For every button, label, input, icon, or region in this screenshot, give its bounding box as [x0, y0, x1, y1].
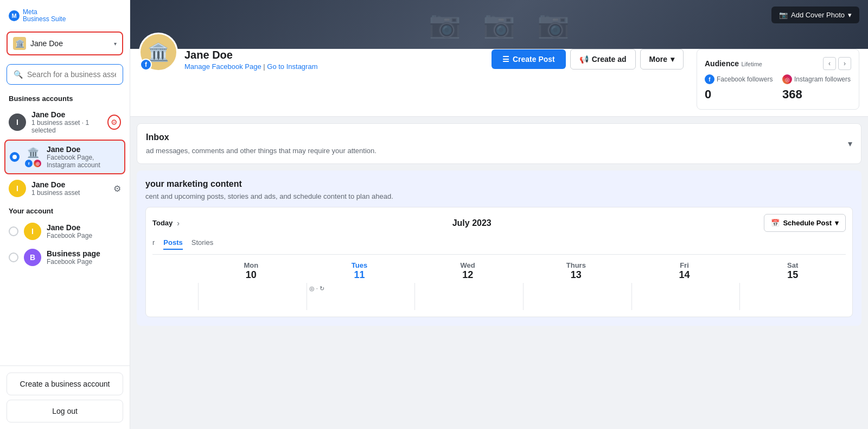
- account-sub-ba2: Facebook Page, Instagram account: [47, 154, 120, 169]
- profile-name: Jane Doe: [184, 49, 485, 61]
- create-post-icon: ☰: [502, 55, 509, 64]
- account-info-ba2: Jane Doe Facebook Page, Instagram accoun…: [47, 145, 120, 169]
- account-info-ba3: Jane Doe 1 business asset: [31, 180, 80, 197]
- search-input[interactable]: [27, 70, 116, 79]
- inbox-card: Inbox ad messages, comments and other th…: [137, 123, 861, 164]
- more-button[interactable]: More ▾: [640, 49, 684, 70]
- multi-avatar-ba2: 🏛️ f ◎: [25, 147, 41, 167]
- chevron-down-icon: ▾: [114, 41, 117, 47]
- your-account-item-2[interactable]: B Business page Facebook Page: [0, 244, 130, 270]
- sidebar: M Meta Business Suite 🏛️ Jane Doe ▾ 🔍 Bu…: [0, 0, 130, 429]
- cal-tab-stories[interactable]: Stories: [192, 238, 213, 250]
- gear-icon-red-ba1[interactable]: ⚙: [107, 115, 121, 130]
- create-post-label: Create Post: [513, 55, 555, 64]
- inbox-text: ad messages, comments and other things t…: [146, 147, 376, 155]
- svg-text:M: M: [11, 12, 16, 19]
- logo-area: M Meta Business Suite: [0, 0, 130, 27]
- facebook-followers-label: f Facebook followers: [705, 74, 774, 84]
- business-account-item-3[interactable]: I Jane Doe 1 business asset ⚙: [0, 175, 130, 201]
- schedule-post-button[interactable]: 📅 Schedule Post ▾: [764, 214, 846, 232]
- search-icon: 🔍: [14, 70, 23, 79]
- create-ad-button[interactable]: 📢 Create ad: [570, 49, 636, 70]
- create-post-button[interactable]: ☰ Create Post: [492, 49, 566, 69]
- gear-icon-ba3[interactable]: ⚙: [113, 184, 121, 194]
- add-cover-photo-button[interactable]: 📷 Add Cover Photo ▾: [771, 7, 859, 23]
- marketing-title: your marketing content: [145, 179, 393, 189]
- audience-next-button[interactable]: ›: [838, 57, 851, 70]
- account-sub-ya1: Facebook Page: [47, 232, 121, 239]
- cell-tues[interactable]: ◎ · ↻: [307, 283, 413, 310]
- radio-ya1: [9, 226, 18, 236]
- account-name-ba1: Jane Doe: [31, 110, 102, 119]
- inbox-chevron-icon[interactable]: ▾: [848, 138, 852, 149]
- time-slot: [152, 283, 196, 310]
- calendar-month-year: July 2023: [452, 218, 492, 228]
- main-content: 📷 📷 📷 📷 Add Cover Photo ▾ 🏛️ f Jane Doe …: [130, 0, 868, 429]
- radio-dot-ba2: [12, 155, 17, 159]
- profile-info: Jane Doe Manage Facebook Page | Go to In…: [184, 49, 485, 73]
- cell-fri[interactable]: [631, 283, 738, 310]
- account-sub-ya2: Facebook Page: [47, 258, 121, 266]
- watermark-icon-2: 📷: [483, 9, 515, 40]
- account-selector-name: Jane Doe: [30, 39, 110, 48]
- profile-actions: ☰ Create Post 📢 Create ad More ▾: [492, 49, 684, 72]
- add-cover-label: Add Cover Photo: [791, 11, 845, 19]
- camera-icon: 📷: [779, 11, 788, 19]
- inbox-collapsible: Inbox ad messages, comments and other th…: [146, 133, 852, 155]
- business-account-item-2[interactable]: 🏛️ f ◎ Jane Doe Facebook Page, Instagram…: [4, 140, 125, 174]
- profile-row: 🏛️ f Jane Doe Manage Facebook Page | Go …: [130, 49, 868, 117]
- more-label: More: [649, 55, 667, 64]
- audience-prev-button[interactable]: ‹: [823, 57, 836, 70]
- day-header-wed: Wed 12: [414, 261, 521, 281]
- account-selector[interactable]: 🏛️ Jane Doe ▾: [7, 31, 123, 55]
- create-business-account-button[interactable]: Create a business account: [7, 373, 123, 395]
- avatar-ya2: B: [24, 249, 41, 266]
- cover-watermark: 📷 📷 📷: [429, 9, 570, 40]
- business-accounts-label: Business accounts: [0, 89, 130, 106]
- cal-tab-all[interactable]: r: [152, 238, 155, 250]
- account-name-ya2: Business page: [47, 249, 121, 258]
- more-chevron-icon: ▾: [671, 55, 674, 64]
- watermark-icon-1: 📷: [429, 9, 461, 40]
- ig-badge-ba2: ◎: [34, 160, 41, 167]
- account-sub-ba1: 1 business asset · 1 selected: [31, 119, 102, 134]
- facebook-followers-col: f Facebook followers 0: [705, 74, 774, 102]
- calendar-row-1: ◎ · ↻: [152, 283, 846, 310]
- your-account-label: Your account: [0, 201, 130, 218]
- cell-mon[interactable]: [198, 283, 304, 310]
- meta-logo-icon: M: [9, 10, 20, 21]
- business-account-item-1[interactable]: I Jane Doe 1 business asset · 1 selected…: [0, 106, 130, 138]
- audience-lifetime: Lifetime: [741, 61, 762, 67]
- account-info-ya1: Jane Doe Facebook Page: [47, 223, 121, 239]
- account-icon: 🏛️: [13, 37, 26, 50]
- post-indicator: ◎ · ↻: [309, 285, 411, 292]
- account-name-ba2: Jane Doe: [47, 145, 120, 154]
- account-info-ya2: Business page Facebook Page: [47, 249, 121, 266]
- instagram-followers-count: 368: [782, 87, 851, 102]
- cell-sat[interactable]: [739, 283, 846, 310]
- planning-collapsible: your marketing content cent and upcoming…: [145, 179, 853, 200]
- instagram-followers-label: ◎ Instagram followers: [782, 74, 851, 84]
- manage-facebook-page-link[interactable]: Manage Facebook Page: [184, 62, 261, 71]
- instagram-dot: ◎: [782, 74, 792, 84]
- audience-nav: ‹ ›: [823, 57, 851, 70]
- cell-wed[interactable]: [414, 283, 521, 310]
- avatar-ya1: I: [24, 223, 41, 240]
- account-name-ya1: Jane Doe: [47, 223, 121, 232]
- calendar-section: Today › July 2023 📅 Schedule Post ▾ r Po…: [145, 207, 853, 317]
- cal-tab-posts[interactable]: Posts: [163, 238, 182, 250]
- fb-badge-profile: f: [140, 59, 152, 71]
- cover-photo-area: 📷 📷 📷 📷 Add Cover Photo ▾: [130, 0, 868, 49]
- cell-thurs[interactable]: [523, 283, 629, 310]
- watermark-icon-3: 📷: [537, 9, 570, 40]
- audience-header: Audience Lifetime ‹ ›: [705, 57, 851, 70]
- day-header-mon: Mon 10: [198, 261, 304, 281]
- account-name-ba3: Jane Doe: [31, 180, 80, 189]
- today-button[interactable]: Today: [152, 219, 173, 227]
- calendar-next-arrow[interactable]: ›: [177, 219, 180, 228]
- logout-button[interactable]: Log out: [7, 400, 123, 422]
- left-panel: Inbox ad messages, comments and other th…: [137, 123, 861, 422]
- go-to-instagram-link[interactable]: Go to Instagram: [267, 62, 317, 71]
- your-account-item-1[interactable]: I Jane Doe Facebook Page: [0, 218, 130, 244]
- facebook-followers-count: 0: [705, 87, 774, 102]
